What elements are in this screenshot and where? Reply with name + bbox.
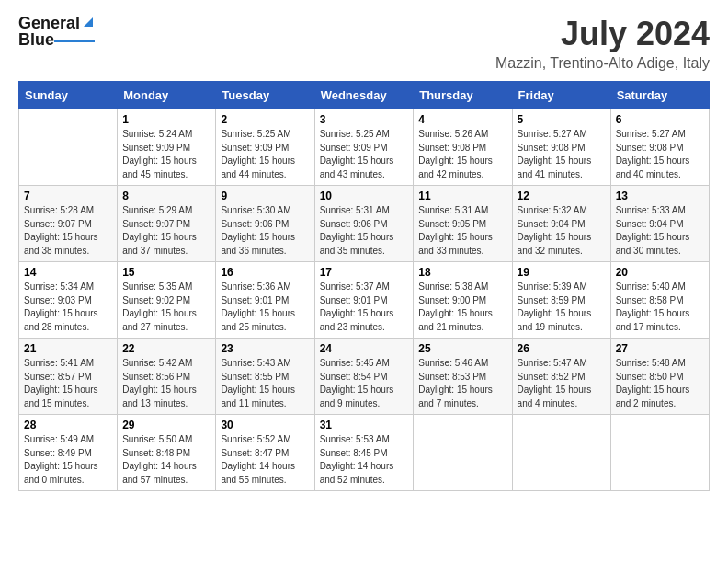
day-info: Sunrise: 5:53 AM Sunset: 8:45 PM Dayligh… [320,433,409,487]
day-number: 2 [221,113,309,126]
day-number: 17 [320,266,409,279]
day-cell: 25Sunrise: 5:46 AM Sunset: 8:53 PM Dayli… [414,339,512,415]
col-header-sunday: Sunday [19,82,118,109]
logo-triangle-icon [82,16,95,32]
day-number: 14 [24,266,112,279]
day-number: 9 [221,190,309,202]
day-info: Sunrise: 5:27 AM Sunset: 9:08 PM Dayligh… [616,128,704,181]
day-cell: 15Sunrise: 5:35 AM Sunset: 9:02 PM Dayli… [118,262,216,339]
day-cell: 2Sunrise: 5:25 AM Sunset: 9:09 PM Daylig… [216,109,314,186]
calendar-table: SundayMondayTuesdayWednesdayThursdayFrid… [18,81,710,491]
week-row-4: 21Sunrise: 5:41 AM Sunset: 8:57 PM Dayli… [19,339,710,415]
day-cell: 3Sunrise: 5:25 AM Sunset: 9:09 PM Daylig… [314,109,414,186]
day-number: 13 [616,190,704,202]
day-number: 8 [122,190,210,202]
week-row-1: 1Sunrise: 5:24 AM Sunset: 9:09 PM Daylig… [19,109,710,186]
day-number: 25 [418,342,506,355]
day-info: Sunrise: 5:37 AM Sunset: 9:01 PM Dayligh… [320,281,409,334]
day-number: 7 [24,190,112,202]
day-number: 3 [320,113,409,126]
day-cell: 24Sunrise: 5:45 AM Sunset: 8:54 PM Dayli… [314,339,414,415]
day-cell: 26Sunrise: 5:47 AM Sunset: 8:52 PM Dayli… [512,339,610,415]
day-info: Sunrise: 5:36 AM Sunset: 9:01 PM Dayligh… [221,281,309,334]
day-info: Sunrise: 5:29 AM Sunset: 9:07 PM Dayligh… [122,204,210,258]
day-number: 22 [122,342,210,355]
title-area: July 2024 Mazzin, Trentino-Alto Adige, I… [495,15,710,72]
day-cell: 27Sunrise: 5:48 AM Sunset: 8:50 PM Dayli… [610,339,709,415]
day-cell [19,109,118,186]
logo: General Blue [18,15,95,50]
day-info: Sunrise: 5:42 AM Sunset: 8:56 PM Dayligh… [122,357,210,410]
day-cell: 7Sunrise: 5:28 AM Sunset: 9:07 PM Daylig… [19,186,118,262]
day-cell [414,415,512,491]
day-number: 24 [320,342,409,355]
day-info: Sunrise: 5:45 AM Sunset: 8:54 PM Dayligh… [320,357,409,410]
day-info: Sunrise: 5:48 AM Sunset: 8:50 PM Dayligh… [616,357,704,410]
col-header-saturday: Saturday [610,82,709,109]
day-number: 19 [518,266,606,279]
day-info: Sunrise: 5:25 AM Sunset: 9:09 PM Dayligh… [221,128,309,181]
day-info: Sunrise: 5:50 AM Sunset: 8:48 PM Dayligh… [122,433,210,487]
day-info: Sunrise: 5:47 AM Sunset: 8:52 PM Dayligh… [518,357,606,410]
day-number: 30 [221,419,309,431]
day-info: Sunrise: 5:30 AM Sunset: 9:06 PM Dayligh… [221,204,309,258]
day-info: Sunrise: 5:38 AM Sunset: 9:00 PM Dayligh… [418,281,506,334]
logo-blue: Blue [18,31,54,50]
day-info: Sunrise: 5:26 AM Sunset: 9:08 PM Dayligh… [418,128,506,181]
week-row-2: 7Sunrise: 5:28 AM Sunset: 9:07 PM Daylig… [19,186,710,262]
day-cell: 4Sunrise: 5:26 AM Sunset: 9:08 PM Daylig… [414,109,512,186]
day-number: 6 [616,113,704,126]
day-cell: 19Sunrise: 5:39 AM Sunset: 8:59 PM Dayli… [512,262,610,339]
week-row-3: 14Sunrise: 5:34 AM Sunset: 9:03 PM Dayli… [19,262,710,339]
day-info: Sunrise: 5:34 AM Sunset: 9:03 PM Dayligh… [24,281,112,334]
day-cell: 6Sunrise: 5:27 AM Sunset: 9:08 PM Daylig… [610,109,709,186]
col-header-wednesday: Wednesday [314,82,414,109]
day-info: Sunrise: 5:35 AM Sunset: 9:02 PM Dayligh… [122,281,210,334]
header: General Blue July 2024 Mazzin, Trentino-… [18,15,710,72]
day-number: 21 [24,342,112,355]
day-cell: 20Sunrise: 5:40 AM Sunset: 8:58 PM Dayli… [610,262,709,339]
day-number: 16 [221,266,309,279]
day-cell: 21Sunrise: 5:41 AM Sunset: 8:57 PM Dayli… [19,339,118,415]
day-info: Sunrise: 5:41 AM Sunset: 8:57 PM Dayligh… [24,357,112,410]
col-header-monday: Monday [118,82,216,109]
col-header-thursday: Thursday [414,82,512,109]
day-info: Sunrise: 5:28 AM Sunset: 9:07 PM Dayligh… [24,204,112,258]
day-number: 23 [221,342,309,355]
week-row-5: 28Sunrise: 5:49 AM Sunset: 8:49 PM Dayli… [19,415,710,491]
day-info: Sunrise: 5:32 AM Sunset: 9:04 PM Dayligh… [518,204,606,258]
calendar-header-row: SundayMondayTuesdayWednesdayThursdayFrid… [19,82,710,109]
day-cell: 12Sunrise: 5:32 AM Sunset: 9:04 PM Dayli… [512,186,610,262]
day-cell: 9Sunrise: 5:30 AM Sunset: 9:06 PM Daylig… [216,186,314,262]
day-cell: 10Sunrise: 5:31 AM Sunset: 9:06 PM Dayli… [314,186,414,262]
day-cell: 14Sunrise: 5:34 AM Sunset: 9:03 PM Dayli… [19,262,118,339]
day-info: Sunrise: 5:31 AM Sunset: 9:05 PM Dayligh… [418,204,506,258]
day-info: Sunrise: 5:52 AM Sunset: 8:47 PM Dayligh… [221,433,309,487]
day-number: 10 [320,190,409,202]
day-cell: 18Sunrise: 5:38 AM Sunset: 9:00 PM Dayli… [414,262,512,339]
day-number: 31 [320,419,409,431]
svg-marker-0 [84,17,93,27]
day-info: Sunrise: 5:33 AM Sunset: 9:04 PM Dayligh… [616,204,704,258]
day-info: Sunrise: 5:31 AM Sunset: 9:06 PM Dayligh… [320,204,409,258]
day-number: 11 [418,190,506,202]
day-number: 4 [418,113,506,126]
day-number: 20 [616,266,704,279]
day-number: 12 [518,190,606,202]
page-title: July 2024 [495,15,710,53]
day-info: Sunrise: 5:39 AM Sunset: 8:59 PM Dayligh… [518,281,606,334]
day-cell [512,415,610,491]
day-cell: 22Sunrise: 5:42 AM Sunset: 8:56 PM Dayli… [118,339,216,415]
day-cell: 23Sunrise: 5:43 AM Sunset: 8:55 PM Dayli… [216,339,314,415]
day-info: Sunrise: 5:40 AM Sunset: 8:58 PM Dayligh… [616,281,704,334]
day-cell: 8Sunrise: 5:29 AM Sunset: 9:07 PM Daylig… [118,186,216,262]
day-cell: 5Sunrise: 5:27 AM Sunset: 9:08 PM Daylig… [512,109,610,186]
day-number: 29 [122,419,210,431]
day-info: Sunrise: 5:43 AM Sunset: 8:55 PM Dayligh… [221,357,309,410]
day-cell: 30Sunrise: 5:52 AM Sunset: 8:47 PM Dayli… [216,415,314,491]
page-subtitle: Mazzin, Trentino-Alto Adige, Italy [495,55,710,72]
day-info: Sunrise: 5:27 AM Sunset: 9:08 PM Dayligh… [518,128,606,181]
day-number: 5 [518,113,606,126]
day-cell: 28Sunrise: 5:49 AM Sunset: 8:49 PM Dayli… [19,415,118,491]
day-cell: 31Sunrise: 5:53 AM Sunset: 8:45 PM Dayli… [314,415,414,491]
